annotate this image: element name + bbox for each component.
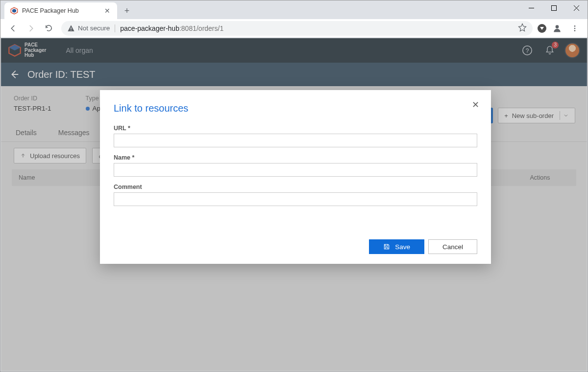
- window-controls: [520, 0, 588, 15]
- window-minimize-button[interactable]: [520, 0, 542, 15]
- tab-strip: PACE Packager Hub ✕ +: [0, 0, 520, 19]
- svg-point-9: [574, 25, 576, 27]
- modal-close-button[interactable]: ✕: [469, 99, 481, 111]
- omnibox[interactable]: Not secure pace-packager-hub:8081/orders…: [61, 21, 533, 36]
- window-maximize-button[interactable]: [542, 0, 565, 15]
- extension-button[interactable]: [538, 24, 546, 33]
- new-tab-button[interactable]: +: [120, 4, 134, 18]
- tab-close-icon[interactable]: ✕: [103, 7, 111, 15]
- security-text: Not secure: [78, 24, 110, 32]
- window-close-button[interactable]: [565, 0, 588, 15]
- comment-label: Comment: [114, 184, 477, 190]
- comment-input[interactable]: [114, 192, 477, 206]
- svg-point-8: [556, 25, 559, 28]
- browser-tab[interactable]: PACE Packager Hub ✕: [4, 2, 117, 19]
- url-input[interactable]: [114, 134, 477, 147]
- app-viewport: PACE Packager Hub All organ ? 3: [1, 38, 587, 371]
- titlebar: PACE Packager Hub ✕ +: [0, 0, 588, 19]
- save-icon: [383, 243, 390, 250]
- omnibox-separator: [115, 24, 115, 32]
- name-input[interactable]: [114, 163, 477, 177]
- bookmark-star-icon[interactable]: [518, 23, 527, 33]
- tab-title: PACE Packager Hub: [22, 7, 99, 14]
- cancel-button[interactable]: Cancel: [428, 239, 477, 254]
- nav-back-button[interactable]: [5, 21, 21, 36]
- url-text: pace-packager-hub:8081/orders/1: [120, 24, 223, 32]
- profile-button[interactable]: [549, 21, 565, 36]
- warning-icon: [67, 24, 75, 32]
- security-indicator[interactable]: Not secure: [67, 24, 110, 32]
- save-button[interactable]: Save: [369, 239, 424, 254]
- menu-button[interactable]: [567, 21, 583, 36]
- nav-reload-button[interactable]: [41, 21, 56, 36]
- address-bar: Not secure pace-packager-hub:8081/orders…: [0, 19, 588, 38]
- nav-forward-button[interactable]: [23, 21, 39, 36]
- name-label: Name *: [114, 154, 477, 161]
- url-label: URL *: [114, 125, 477, 132]
- svg-rect-3: [551, 5, 556, 10]
- svg-point-10: [574, 27, 576, 29]
- tab-favicon: [10, 7, 18, 15]
- svg-point-11: [574, 30, 576, 31]
- save-label: Save: [395, 243, 410, 251]
- cancel-label: Cancel: [442, 243, 463, 251]
- modal-title: Link to resources: [114, 103, 477, 114]
- svg-marker-1: [12, 9, 16, 13]
- modal-actions: Save Cancel: [114, 239, 477, 254]
- svg-rect-7: [71, 30, 71, 30]
- browser-window: PACE Packager Hub ✕ + Not secure: [0, 0, 588, 372]
- link-resources-modal: ✕ Link to resources URL * Name * Comment…: [100, 90, 491, 264]
- svg-rect-6: [71, 27, 71, 29]
